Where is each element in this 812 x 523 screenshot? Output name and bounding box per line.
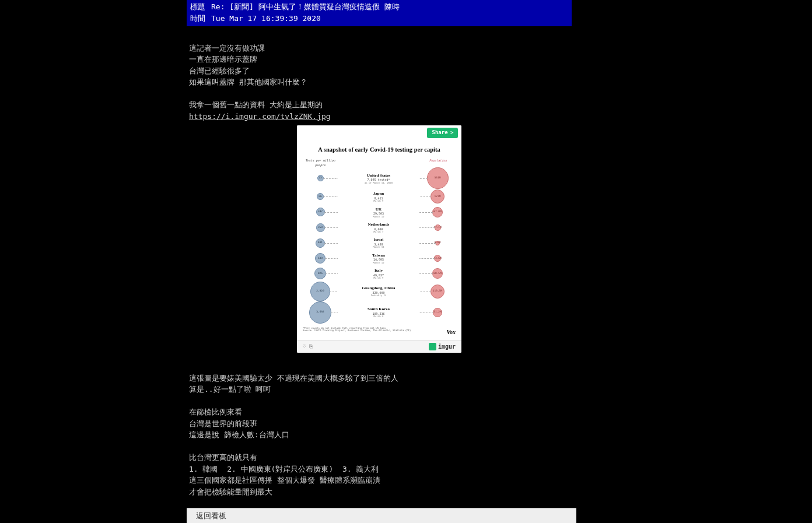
legend-population: Population [421, 159, 456, 167]
population-bubble: 67.0M [432, 207, 443, 217]
post-line: 1. 韓國 2. 中國廣東(對岸只公布廣東) 3. 義大利 [189, 465, 379, 473]
date-label: March 7 [338, 231, 419, 233]
chart-row: 630Taiwan14,995March 1223.6M [303, 251, 456, 266]
date-label: March 8 [338, 315, 419, 318]
imgur-icon [429, 343, 436, 350]
imgur-footer: ♡ ⎘ imgur [297, 340, 461, 353]
tests-bubble: 350 [316, 223, 325, 232]
legend-tests: Tests per million people [303, 159, 338, 167]
chart-row: 3,692South Korea189,236March 851.2M [303, 301, 456, 324]
share-button[interactable]: Share [427, 128, 458, 138]
population-bubble: 60.5M [432, 268, 443, 279]
image-link[interactable]: https://i.imgur.com/tvlzZNK.jpg [189, 112, 331, 121]
tests-bubble: 630 [315, 253, 326, 264]
post-line: 一直在那邊暗示蓋牌 [189, 55, 257, 64]
post-line: 比台灣更高的就只有 [189, 453, 257, 462]
date-label: March 12 [338, 216, 419, 218]
date-label: March 9 [338, 277, 419, 279]
header-time-value: Tue Mar 17 16:39:39 2020 [211, 13, 321, 24]
population-bubble: 51.2M [433, 308, 442, 317]
post-line: 才會把檢驗能量開到最大 [189, 487, 272, 496]
post-body-continued: 這張圖是要婊美國驗太少 不過現在美國大概多驗了到三倍的人 算是..好一點了啦 呵… [187, 356, 572, 523]
header-title-value: Re: [新聞] 阿中生氣了！媒體質疑台灣疫情造假 陳時 [211, 1, 400, 13]
date-label: March 9 [338, 200, 419, 202]
chart-row: 66Japan8,411March 9127M [303, 189, 456, 204]
tests-bubble: 401 [316, 238, 325, 248]
post-line: 這三個國家都是社區傳播 整個大爆發 醫療體系瀕臨崩潰 [189, 476, 380, 485]
post-line: 這邊是說 篩檢人數:台灣人口 [189, 430, 289, 439]
embed-toolbar: Share [297, 125, 461, 141]
tests-bubble: 3,692 [309, 301, 331, 324]
population-bubble: 127M [430, 189, 444, 203]
post-line: 算是..好一點了啦 呵呵 [189, 385, 271, 394]
chart-row: 401Israel3,458March 118.6M [303, 235, 456, 250]
date-label: as of March 11, 2020 [338, 182, 419, 184]
post-line: 這記者一定沒有做功課 [189, 44, 265, 52]
imgur-brand[interactable]: imgur [429, 342, 456, 351]
population-bubble: 17.1M [435, 224, 441, 231]
header-time-label: 時間 [190, 13, 205, 24]
population-bubble: 23.6M [434, 255, 441, 262]
post-line: 我拿一個舊一點的資料 大約是上星期的 [189, 100, 323, 109]
population-bubble: 113.5M [430, 285, 444, 299]
post-line: 台灣已經驗很多了 [189, 66, 250, 75]
post-line: 如果這叫蓋牌 那其他國家叫什麼？ [189, 78, 307, 86]
article-header: 標題 Re: [新聞] 阿中生氣了！媒體質疑台灣疫情造假 陳時 時間 Tue M… [187, 0, 572, 26]
infographic-image: A snapshot of early Covid-19 testing per… [297, 141, 461, 341]
chart-row: 350Netherlands6,000March 717.1M [303, 220, 456, 235]
date-label: March 12 [338, 262, 419, 264]
tests-bubble: 826 [314, 268, 326, 279]
population-bubble: 8.6M [435, 241, 440, 245]
back-to-board-button[interactable]: 返回看板 [191, 510, 231, 522]
date-label: March 11 [338, 246, 419, 248]
chart-row: 23United States7,695 tested*as of March … [303, 167, 456, 189]
country-name: Netherlands [338, 222, 419, 228]
reactions[interactable]: ♡ ⎘ [303, 343, 312, 351]
post-line: 台灣是世界的前段班 [189, 419, 257, 428]
bottom-bar: 返回看板 [187, 508, 576, 524]
imgur-embed: Share A snapshot of early Covid-19 testi… [297, 125, 461, 353]
post-line: 在篩檢比例來看 [189, 408, 242, 416]
post-body: 這記者一定沒有做功課 一直在那邊暗示蓋牌 台灣已經驗很多了 如果這叫蓋牌 那其他… [187, 26, 572, 122]
tests-bubble: 347 [316, 208, 325, 216]
date-label: February 24 [338, 294, 419, 297]
population-bubble: 331M [427, 167, 449, 189]
chart-row: 2,820Guangdong, China320,000February 241… [303, 282, 456, 301]
chart-row: 347UK29,503March 1267.0M [303, 205, 456, 220]
chart-row: 826Italy49,937March 960.5M [303, 266, 456, 281]
tests-bubble: 2,820 [310, 282, 330, 301]
post-line: 這張圖是要婊美國驗太少 不過現在美國大概多驗了到三倍的人 [189, 374, 398, 382]
header-title-label: 標題 [190, 1, 205, 13]
chart-title: A snapshot of early Covid-19 testing per… [303, 145, 456, 155]
